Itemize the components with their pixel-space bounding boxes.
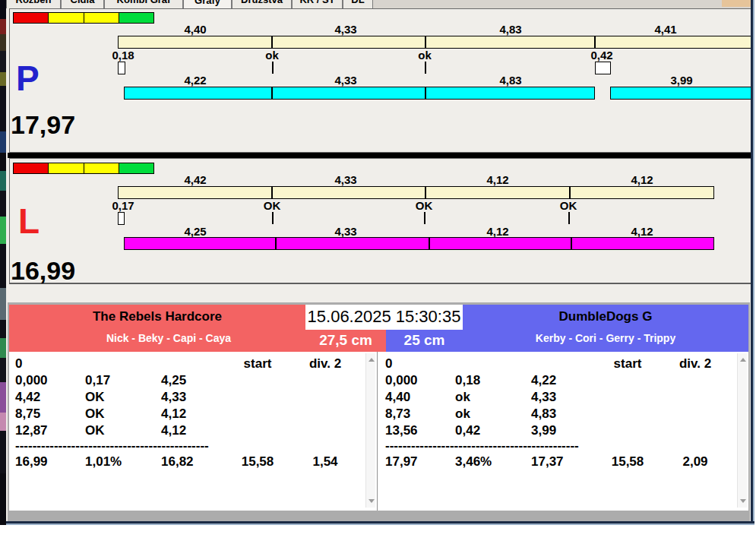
lane-l-top-time: 4,33 <box>317 173 375 186</box>
lane-p-light-strip <box>13 12 154 24</box>
lane-l-judge-bar <box>118 186 714 199</box>
cell: 0 <box>385 356 450 372</box>
background-window-fragment <box>722 0 751 7</box>
panel-gap <box>9 283 751 302</box>
cell: 0,000 <box>15 373 80 388</box>
total-net: 16,82 <box>161 454 226 470</box>
team-left-jump-height: 27,5 cm <box>305 330 386 352</box>
lane-l-letter: L <box>18 205 40 237</box>
cell: 0,18 <box>455 373 524 388</box>
start-delay-box <box>118 62 125 74</box>
lane-p-mark-label: 0,42 <box>573 49 631 62</box>
cell: 4,25 <box>161 373 226 388</box>
cell: 3,99 <box>531 423 596 438</box>
bar-divider <box>271 36 273 48</box>
tab-label: KR / ST <box>299 0 334 5</box>
lane-p-bottom-time: 3,99 <box>653 74 710 87</box>
light-yellow <box>49 13 84 23</box>
bar-divider <box>425 87 426 99</box>
scroll-down-icon[interactable] <box>740 499 746 503</box>
change-tick <box>425 62 426 74</box>
cell: 4,12 <box>161 406 226 422</box>
tab-cidla[interactable]: Cidla <box>61 0 104 8</box>
bar-divider <box>594 36 596 48</box>
tab-grafy[interactable]: Grafy <box>183 0 232 8</box>
tab-rozbeh[interactable]: Rozbeh <box>6 0 61 8</box>
lane-p-mark-label: 0,18 <box>94 49 152 62</box>
cell: 0 <box>15 356 80 372</box>
tab-kombi-graf[interactable]: Kombi Graf <box>104 0 183 8</box>
results-section: The Rebels Hardcore Nick - Beky - Capi -… <box>8 302 750 522</box>
lane-p-judge-bar <box>118 36 751 49</box>
cell: 12,87 <box>15 423 80 438</box>
team-right-jump-height: 25 cm <box>386 330 463 352</box>
team-left-dogs: Nick - Beky - Capi - Caya <box>9 332 328 344</box>
lane-l-run-bar <box>124 237 714 250</box>
scroll-up-icon[interactable] <box>369 358 375 362</box>
lane-p-top-time: 4,33 <box>317 23 375 36</box>
tab-dl[interactable]: DL <box>343 0 373 8</box>
lane-l-total-time: 16,99 <box>11 256 75 286</box>
light-green <box>119 13 153 23</box>
cell: OK <box>85 423 153 438</box>
lane-p-bottom-time: 4,83 <box>482 74 539 87</box>
cell: ok <box>455 390 524 405</box>
lane-l-top-time: 4,12 <box>613 173 671 186</box>
total-percent: 1,01% <box>85 454 153 470</box>
change-tick <box>568 212 570 224</box>
lane-p-mark-label: ok <box>396 49 454 62</box>
cell: 0,42 <box>455 423 524 438</box>
light-red <box>14 163 49 173</box>
tab-druzstva[interactable]: Družstva <box>232 0 292 8</box>
lane-p-bottom-time: 4,33 <box>317 74 375 87</box>
cell: 4,33 <box>531 390 596 405</box>
bar-divider <box>271 187 273 198</box>
window-border <box>6 521 754 525</box>
div-header: div. 2 <box>302 356 349 372</box>
lane-l-top-time: 4,42 <box>166 173 224 186</box>
total-percent: 3,46% <box>455 454 524 470</box>
cell: 0,17 <box>85 373 153 388</box>
total-start: 15,58 <box>228 454 287 470</box>
scroll-up-icon[interactable] <box>740 358 746 362</box>
scrollbar[interactable] <box>365 353 375 508</box>
start-header: start <box>598 356 657 372</box>
light-yellow <box>84 163 119 173</box>
tab-label: Rozbeh <box>16 0 52 5</box>
change-tick <box>424 212 425 224</box>
team-right-name: DumbleDogs G <box>463 309 748 324</box>
team-right-table[interactable]: 0startdiv. 2 0,0000,184,22 4,40ok4,33 8,… <box>379 352 748 511</box>
light-green <box>119 163 153 173</box>
cell: 8,73 <box>385 406 450 422</box>
lane-l-mark-label: OK <box>539 199 597 212</box>
lane-l-bottom-time: 4,12 <box>469 225 527 238</box>
scrollbar[interactable] <box>737 353 747 508</box>
lane-l-mark-label: OK <box>243 199 301 212</box>
footer-bottom-band <box>8 511 750 522</box>
total-time: 17,97 <box>385 454 450 470</box>
cell: OK <box>85 390 153 405</box>
light-yellow <box>49 163 84 173</box>
change-tick <box>272 62 274 74</box>
scroll-down-icon[interactable] <box>369 499 375 503</box>
tab-kr-st[interactable]: KR / ST <box>292 0 343 8</box>
tab-label: Družstva <box>241 0 283 5</box>
cell: 13,56 <box>385 423 450 438</box>
lane-separator <box>8 153 751 158</box>
tab-bar: Rozbeh Cidla Kombi Graf Grafy Družstva K… <box>6 0 751 8</box>
team-left-name: The Rebels Hardcore <box>9 309 305 324</box>
change-tick <box>272 212 274 224</box>
bar-divider <box>425 36 426 48</box>
lane-l-light-strip <box>13 163 154 174</box>
team-headers: The Rebels Hardcore Nick - Beky - Capi -… <box>9 305 748 352</box>
lane-l-bottom-time: 4,12 <box>613 225 671 238</box>
team-left-table[interactable]: 0startdiv. 2 0,0000,174,25 4,42OK4,33 8,… <box>9 352 378 511</box>
bar-divider <box>275 238 277 249</box>
datetime-box: 15.06.2025 15:30:35 <box>305 305 463 330</box>
lane-p-bottom-time: 4,22 <box>166 74 224 87</box>
tab-label: Cidla <box>71 0 95 5</box>
result-tables: 0startdiv. 2 0,0000,174,25 4,42OK4,33 8,… <box>9 352 748 511</box>
lane-l-mark-label: 0,17 <box>94 199 152 212</box>
window-border <box>751 0 754 525</box>
lane-l-top-time: 4,12 <box>469 173 527 186</box>
